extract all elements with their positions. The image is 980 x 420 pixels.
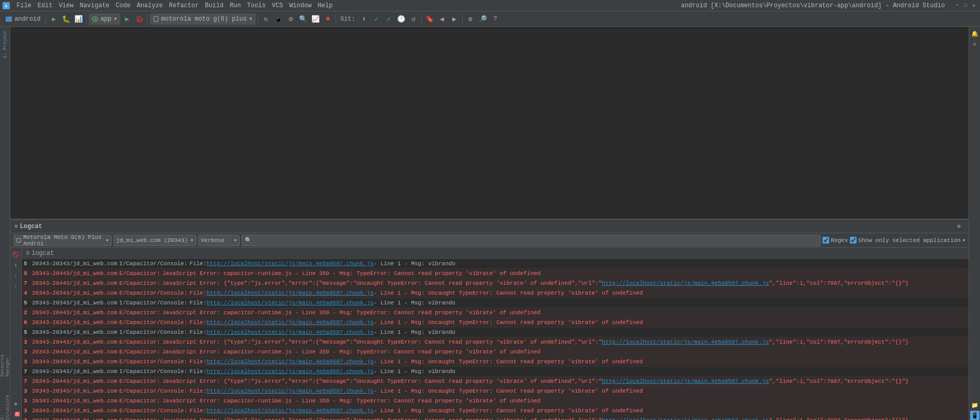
profile-button[interactable]: 📊 [73,13,84,25]
log-text-after: ","line":1,"col":7807,"errorObject":"{}"… [769,377,909,385]
log-row[interactable]: 520343-20343/jd_mi_web.comI/Capacitor/Co… [22,328,969,337]
device-dropdown[interactable]: motorola moto g(6) plus ▾ [150,13,256,25]
structure-tool-button[interactable]: 2: Structure [1,389,9,420]
profiler-button[interactable]: 📈 [310,13,321,25]
menu-refactor[interactable]: Refactor [166,0,202,11]
regex-checkbox-label[interactable]: Regex [823,237,848,244]
log-row[interactable]: 320343-20343/jd_mi_web.comE/Capacitor/Co… [22,386,969,396]
git-commit-button[interactable]: ✓ [371,13,382,25]
git-update-button[interactable]: ⬇ [358,13,370,25]
log-link[interactable]: http://localhost/static/js/main.4e5a9587… [207,328,373,336]
log-link[interactable]: http://localhost/static/js/main.4e5a9587… [602,338,769,346]
log-row[interactable]: 420343-20343/jd_mi_web.comE/Capacitor/Co… [22,288,969,298]
log-row[interactable]: 720343-20443/jd_mi_web.comE/Capacitor:Ja… [22,377,969,386]
menu-run[interactable]: Run [227,0,244,11]
menu-navigate[interactable]: Navigate [76,0,113,11]
show-only-selected-checkbox[interactable] [850,237,857,244]
run-config-dropdown[interactable]: app ▾ [89,13,120,25]
bookmark-button[interactable]: 🔖 [424,13,435,25]
debug-button[interactable]: 🐛 [60,13,72,25]
logcat-rows[interactable]: 520343-20343/jd_mi_web.comI/Capacitor/Co… [22,259,969,420]
menu-file[interactable]: File [13,0,35,11]
git-push-button[interactable]: ✓ [383,13,394,25]
menu-help[interactable]: Help [314,0,336,11]
run-app-button[interactable]: ▶ [121,13,133,25]
log-link[interactable]: http://localhost/static/js/main.4e5a9587… [207,260,373,268]
log-link[interactable]: http://localhost/static/js/main.4e5a9587… [207,299,373,307]
settings-button[interactable]: ⚙ [465,13,476,25]
menu-window[interactable]: Window [286,0,314,11]
menu-code[interactable]: Code [113,0,134,11]
stop-button[interactable]: ■ [322,13,334,25]
search-everywhere-button[interactable]: 🔎 [477,13,488,25]
run-debug-button[interactable]: 🐞 [134,13,145,25]
logcat-filter-button[interactable]: ▼ [11,400,21,409]
log-link[interactable]: http://localhost/static/js/main.4e5a9587… [602,377,769,385]
app-filter-dropdown[interactable]: jd_mi_web.com (20343) ▾ [114,235,196,246]
log-text-before: JavaScript Error: capacitor-runtime.js -… [162,309,541,317]
project-name: android [14,15,40,23]
logcat-content-area: 🚫 ⬇ ↑ ↓ ▼ ≡ ! ≡ logcat [10,248,969,420]
next-bookmark-button[interactable]: ▶ [449,13,460,25]
minimize-button[interactable]: ─ [953,0,961,11]
logcat-down-button[interactable]: ↓ [11,282,21,292]
git-history-button[interactable]: 🕐 [396,13,407,25]
logcat-clear-button[interactable]: 🚫 [11,250,21,259]
log-row[interactable]: 320343-20343/jd_mi_web.comE/Capacitor/Co… [22,406,969,416]
log-link[interactable]: http://localhost/static/js/main.4e5a9587… [207,318,373,327]
log-row[interactable]: 320343-20343/jd_mi_web.comE/Capacitor/Co… [22,357,969,367]
log-row[interactable]: 220343-20443/jd_mi_web.comE/Capacitor:Ja… [22,308,969,318]
log-row[interactable]: 720343-20443/jd_mi_web.comE/Capacitor:Ja… [22,416,969,420]
log-row[interactable]: 520343-20443/jd_mi_web.comE/Capacitor:Ja… [22,269,969,279]
sdk-button[interactable]: ⚙ [285,13,296,25]
log-link[interactable]: http://localhost/static/js/main.4e5a9587… [602,279,769,287]
notifications-button[interactable]: 🔔 [970,29,979,38]
menu-view[interactable]: View [56,0,77,11]
log-row[interactable]: 320343-20443/jd_mi_web.comE/Capacitor:Ja… [22,396,969,406]
log-link[interactable]: http://localhost/static/js/main.4e5a9587… [207,407,373,415]
logcat-scroll-end-button[interactable]: ⬇ [11,261,21,270]
emulator-button[interactable]: 📱 [970,411,979,420]
project-icon [5,15,12,23]
device-file-explorer-button[interactable]: 📁 [970,400,979,410]
log-link[interactable]: http://localhost/static/js/main.4e5a9587… [602,416,769,420]
sync-button[interactable]: ↻ [260,13,272,25]
restore-button[interactable]: □ [961,0,970,11]
close-button[interactable]: ✕ [970,0,978,11]
menu-analyze[interactable]: Analyze [134,0,166,11]
menu-edit[interactable]: Edit [35,0,56,11]
project-tool-window-button[interactable]: 1: Project [1,29,9,60]
logcat-more-button[interactable]: ≡ ! [11,411,21,420]
menu-tools[interactable]: Tools [244,0,269,11]
resource-manager-button[interactable]: Resource Manager [1,335,9,377]
log-row[interactable]: 520343-20343/jd_mi_web.comI/Capacitor/Co… [22,298,969,308]
log-row[interactable]: 620343-20343/jd_mi_web.comE/Capacitor/Co… [22,318,969,328]
log-level: 7 [24,416,30,420]
show-only-selected-label[interactable]: Show only selected application ▾ [850,237,966,244]
git-rollback-button[interactable]: ↺ [408,13,419,25]
help-button[interactable]: ? [489,13,501,25]
log-row[interactable]: 320343-20443/jd_mi_web.comE/Capacitor:Ja… [22,347,969,357]
log-link[interactable]: http://localhost/static/js/main.4e5a9587… [207,387,373,395]
regex-checkbox[interactable] [823,237,829,244]
log-row[interactable]: 720343-20343/jd_mi_web.comI/Capacitor/Co… [22,367,969,377]
log-row[interactable]: 520343-20343/jd_mi_web.comI/Capacitor/Co… [22,259,969,269]
logcat-up-button[interactable]: ↑ [11,271,21,281]
run-button[interactable]: ▶ [48,13,59,25]
log-tag: 20343-20343/jd_mi_web.com [32,407,117,415]
log-link[interactable]: http://localhost/static/js/main.4e5a9587… [207,358,373,366]
menu-vcs[interactable]: VCS [269,0,287,11]
device-filter-dropdown[interactable]: Motorola Moto G(6) Plus Androi ▾ [13,235,112,246]
avd-button[interactable]: 📱 [273,13,284,25]
log-row[interactable]: 720343-20443/jd_mi_web.comE/Capacitor:Ja… [22,279,969,288]
log-link[interactable]: http://localhost/static/js/main.4e5a9587… [207,289,373,297]
gradle-button[interactable]: ⚙ [970,39,979,49]
level-filter-dropdown[interactable]: Verbose ▾ [198,235,240,246]
logcat-settings-button[interactable]: ⚙ [953,221,965,232]
layout-inspector-button[interactable]: 🔍 [297,13,309,25]
log-link[interactable]: http://localhost/static/js/main.4e5a9587… [207,367,373,376]
log-row[interactable]: 320343-20443/jd_mi_web.comE/Capacitor:Ja… [22,337,969,347]
prev-bookmark-button[interactable]: ◀ [436,13,448,25]
logcat-search-input[interactable] [242,235,820,246]
menu-build[interactable]: Build [202,0,227,11]
